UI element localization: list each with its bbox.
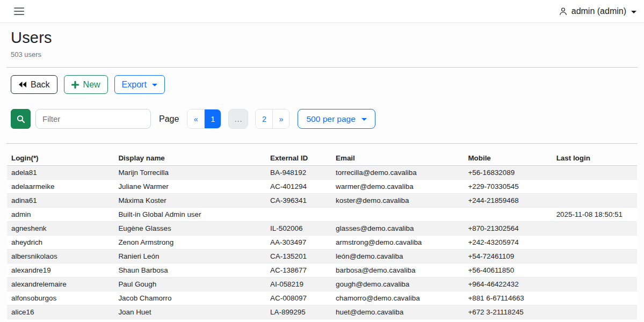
back-button-label: Back xyxy=(31,80,50,89)
table-cell: AA-303497 xyxy=(266,236,331,250)
main-content: Users 503 users Back New Export xyxy=(0,29,644,319)
table-cell xyxy=(552,291,637,305)
table-cell: BA-948192 xyxy=(266,166,331,180)
table-cell: barbosa@demo.cavaliba xyxy=(331,264,464,277)
table-cell: IL-502006 xyxy=(266,222,331,236)
table-row: alfonsoburgosJacob ChamorroAC-008097cham… xyxy=(7,291,637,305)
top-navbar: admin (admin) xyxy=(0,0,644,23)
filter-input[interactable] xyxy=(35,109,151,129)
table-cell: +672 3-21118245 xyxy=(464,305,552,319)
table-cell: agneshenk xyxy=(7,222,114,236)
table-cell: alexandrelemaire xyxy=(7,277,114,291)
chevron-down-icon xyxy=(631,11,636,13)
filter-row: Page « 1 ... 2 » 500 per page xyxy=(11,109,640,129)
page-title: Users xyxy=(11,29,640,47)
table-cell: Eugène Glasses xyxy=(114,222,266,236)
table-cell: +54-72461109 xyxy=(464,250,552,264)
table-row: aheydrichZenon ArmstrongAA-303497armstro… xyxy=(7,236,637,250)
users-table: Login(*) Display name External ID Email … xyxy=(7,151,637,319)
user-menu[interactable]: admin (admin) xyxy=(559,6,636,16)
table-cell xyxy=(552,180,637,194)
column-header-display-name: Display name xyxy=(114,151,266,166)
back-button[interactable]: Back xyxy=(11,75,57,94)
table-cell: CA-135201 xyxy=(266,250,331,264)
table-cell: +56-40611850 xyxy=(464,264,552,277)
table-cell: Marijn Torrecilla xyxy=(114,166,266,180)
table-cell: admin xyxy=(7,208,114,222)
table-cell: adelaarmeike xyxy=(7,180,114,194)
chevron-down-icon xyxy=(152,84,157,86)
table-cell: armstrong@demo.cavaliba xyxy=(331,236,464,250)
search-icon xyxy=(17,115,25,123)
person-icon xyxy=(559,7,568,16)
table-cell xyxy=(552,250,637,264)
prev-page-button[interactable]: « xyxy=(187,109,204,128)
table-row: adela81Marijn TorrecillaBA-948192torreci… xyxy=(7,166,637,180)
table-cell xyxy=(552,277,637,291)
table-cell: chamorro@demo.cavaliba xyxy=(331,291,464,305)
per-page-label: 500 per page xyxy=(306,114,355,124)
table-cell: AC-401294 xyxy=(266,180,331,194)
table-cell: +229-70330545 xyxy=(464,180,552,194)
divider-top xyxy=(6,67,638,68)
per-page-dropdown[interactable]: 500 per page xyxy=(298,109,375,129)
new-button[interactable]: New xyxy=(64,75,108,94)
table-cell: koster@demo.cavaliba xyxy=(331,194,464,208)
table-cell: +242-43205974 xyxy=(464,236,552,250)
pagination-group-current: « 1 xyxy=(187,109,221,129)
table-cell xyxy=(552,264,637,277)
table-cell: aheydrich xyxy=(7,236,114,250)
table-cell: +870-21302564 xyxy=(464,222,552,236)
table-header-row: Login(*) Display name External ID Email … xyxy=(7,151,637,166)
table-cell xyxy=(552,236,637,250)
plus-icon xyxy=(71,81,79,89)
pagination-ellipsis: ... xyxy=(229,109,248,128)
new-button-label: New xyxy=(83,80,100,89)
table-cell: Joan Huet xyxy=(114,305,266,319)
table-cell xyxy=(552,305,637,319)
rewind-icon xyxy=(18,81,26,88)
next-page-button[interactable]: » xyxy=(272,109,289,128)
table-cell: alfonsoburgos xyxy=(7,291,114,305)
table-cell xyxy=(552,194,637,208)
page-2-button[interactable]: 2 xyxy=(256,109,272,128)
user-label: admin (admin) xyxy=(571,6,626,16)
table-cell: +964-46422432 xyxy=(464,277,552,291)
table-cell xyxy=(464,208,552,222)
hamburger-menu-icon[interactable] xyxy=(13,5,25,17)
table-row: adina61Máxima KosterCA-396341koster@demo… xyxy=(7,194,637,208)
table-cell: 2025-11-08 18:50:51 xyxy=(552,208,637,222)
toolbar: Back New Export xyxy=(11,75,640,94)
table-row: alice16Joan HuetLA-899295huet@demo.caval… xyxy=(7,305,637,319)
table-cell: adela81 xyxy=(7,166,114,180)
export-button[interactable]: Export xyxy=(114,75,165,94)
table-cell xyxy=(331,208,464,222)
table-cell: AI-058219 xyxy=(266,277,331,291)
column-header-mobile: Mobile xyxy=(464,151,552,166)
table-cell: AC-008097 xyxy=(266,291,331,305)
pagination-group-ellipsis: ... xyxy=(228,109,248,129)
page-1-button[interactable]: 1 xyxy=(204,109,221,128)
user-count: 503 users xyxy=(11,50,640,58)
table-cell xyxy=(266,208,331,222)
table-cell: Jacob Chamorro xyxy=(114,291,266,305)
table-cell xyxy=(552,222,637,236)
table-row: agneshenkEugène GlassesIL-502006glasses@… xyxy=(7,222,637,236)
table-row: adelaarmeikeJuliane WarmerAC-401294warme… xyxy=(7,180,637,194)
column-header-email: Email xyxy=(331,151,464,166)
table-cell: Ranieri León xyxy=(114,250,266,264)
pagination-group-next: 2 » xyxy=(255,109,290,129)
table-cell: +56-16832089 xyxy=(464,166,552,180)
table-cell: Paul Gough xyxy=(114,277,266,291)
table-cell: glasses@demo.cavaliba xyxy=(331,222,464,236)
table-cell: Shaun Barbosa xyxy=(114,264,266,277)
page-label: Page xyxy=(159,114,179,124)
table-cell: Zenon Armstrong xyxy=(114,236,266,250)
table-cell: huet@demo.cavaliba xyxy=(331,305,464,319)
table-cell: LA-899295 xyxy=(266,305,331,319)
table-cell: gough@demo.cavaliba xyxy=(331,277,464,291)
column-header-external-id: External ID xyxy=(266,151,331,166)
search-button[interactable] xyxy=(11,109,31,129)
table-cell: +881 6-67114663 xyxy=(464,291,552,305)
chevron-down-icon xyxy=(361,118,367,121)
